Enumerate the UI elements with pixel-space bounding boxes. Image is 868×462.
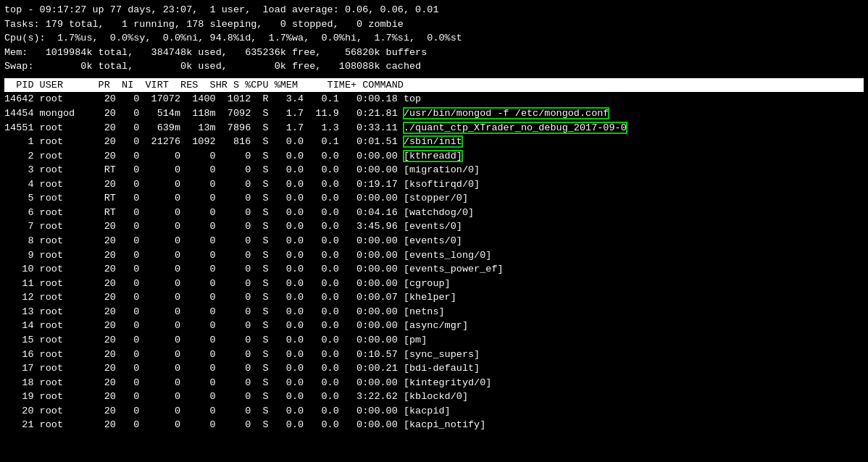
table-row: 15 root 20 0 0 0 0 S 0.0 0.0 0:00.00 [pm… [4,333,864,348]
table-row: 10 root 20 0 0 0 0 S 0.0 0.0 0:00.00 [ev… [4,262,864,277]
table-row: 14454 mongod 20 0 514m 118m 7092 S 1.7 1… [4,106,864,121]
table-row: 13 root 20 0 0 0 0 S 0.0 0.0 0:00.00 [ne… [4,305,864,319]
table-header: PID USER PR NI VIRT RES SHR S %CPU %MEM … [4,78,864,93]
table-row: 18 root 20 0 0 0 0 S 0.0 0.0 0:00.00 [ki… [4,376,864,390]
table-body: 14642 root 20 0 17072 1400 1012 R 3.4 0.… [4,92,864,432]
header-line-5: Swap: 0k total, 0k used, 0k free, 108088… [4,59,864,74]
table-row: 19 root 20 0 0 0 0 S 0.0 0.0 3:22.62 [kb… [4,390,864,404]
table-row: 6 root RT 0 0 0 0 S 0.0 0.0 0:04.16 [wat… [4,206,864,220]
highlighted-command: /sbin/init [404,136,462,147]
table-row: 11 root 20 0 0 0 0 S 0.0 0.0 0:00.00 [cg… [4,277,864,291]
table-row: 14642 root 20 0 17072 1400 1012 R 3.4 0.… [4,92,864,106]
table-row: 5 root RT 0 0 0 0 S 0.0 0.0 0:00.00 [sto… [4,191,864,206]
table-row: 8 root 20 0 0 0 0 S 0.0 0.0 0:00.00 [eve… [4,234,864,248]
table-row: 9 root 20 0 0 0 0 S 0.0 0.0 0:00.00 [eve… [4,248,864,263]
table-row: 3 root RT 0 0 0 0 S 0.0 0.0 0:00.00 [mig… [4,163,864,177]
table-row: 14551 root 20 0 639m 13m 7896 S 1.7 1.3 … [4,121,864,135]
highlighted-command: [kthreadd] [404,151,462,161]
table-row: 20 root 20 0 0 0 0 S 0.0 0.0 0:00.00 [ka… [4,404,864,419]
table-row: 16 root 20 0 0 0 0 S 0.0 0.0 0:10.57 [sy… [4,348,864,362]
highlighted-command: /usr/bin/mongod -f /etc/mongod.conf [404,108,609,119]
table-row: 17 root 20 0 0 0 0 S 0.0 0.0 0:00.21 [bd… [4,361,864,376]
table-row: 21 root 20 0 0 0 0 S 0.0 0.0 0:00.00 [ka… [4,418,864,432]
header-section: top - 09:17:27 up 77 days, 23:07, 1 user… [4,3,864,74]
table-row: 7 root 20 0 0 0 0 S 0.0 0.0 3:45.96 [eve… [4,219,864,234]
header-line-4: Mem: 1019984k total, 384748k used, 63523… [4,46,864,60]
table-row: 12 root 20 0 0 0 0 S 0.0 0.0 0:00.07 [kh… [4,290,864,305]
table-row: 1 root 20 0 21276 1092 816 S 0.0 0.1 0:0… [4,135,864,149]
table-row: 2 root 20 0 0 0 0 S 0.0 0.0 0:00.00 [kth… [4,149,864,164]
table-row: 4 root 20 0 0 0 0 S 0.0 0.0 0:19.17 [kso… [4,177,864,192]
header-line-1: top - 09:17:27 up 77 days, 23:07, 1 user… [4,3,864,17]
table-row: 14 root 20 0 0 0 0 S 0.0 0.0 0:00.00 [as… [4,319,864,333]
process-table: PID USER PR NI VIRT RES SHR S %CPU %MEM … [4,78,864,432]
terminal: top - 09:17:27 up 77 days, 23:07, 1 user… [4,3,864,432]
highlighted-command: ./quant_ctp_XTrader_no_debug_2017-09-0 [404,122,627,133]
header-line-3: Cpu(s): 1.7%us, 0.0%sy, 0.0%ni, 94.8%id,… [4,31,864,46]
header-line-2: Tasks: 179 total, 1 running, 178 sleepin… [4,17,864,32]
